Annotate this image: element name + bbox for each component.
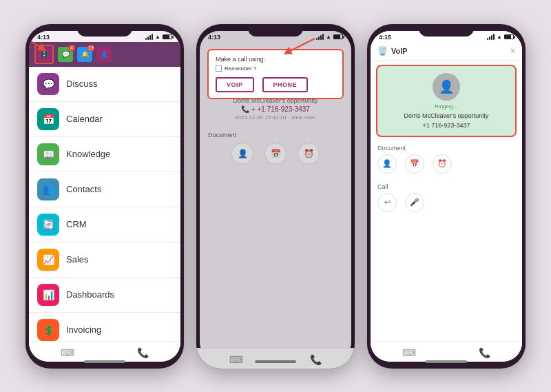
remember-label: Remember ? [225,65,256,72]
voip-button[interactable]: VOIP [216,77,254,92]
phone-2-screen: 4:13 ▲ [200,31,351,362]
battery-icon-3 [504,34,514,39]
voip-call-section: Call ↩ 🎤 [371,180,522,218]
menu-item-knowledge[interactable]: 📖 Knowledge [29,137,180,172]
archive-icon-btn[interactable]: 🗄️ [37,47,52,62]
transfer-icon[interactable]: ↩ [377,193,397,212]
ringing-card: 👤 Ringing... Dorris McCleaver's opportun… [376,65,517,137]
invoicing-label: Invoicing [66,324,101,335]
invoicing-icon: 💲 [37,319,59,341]
remember-row: Remember ? [216,65,335,72]
arrow-to-remember [273,35,322,56]
phone-3-screen: 4:15 ▲ 🗑️ VoIP × 👤 Ringin [371,31,522,362]
bell-badge: 19 [87,45,94,52]
bell-icon-btn[interactable]: 🔔 19 [77,47,92,62]
phone-3: 4:15 ▲ 🗑️ VoIP × 👤 Ringin [367,24,526,369]
call-dialog-title: Make a call using: [216,56,335,63]
doc-section-label-3: Document [377,145,515,152]
call-icon-row: ↩ 🎤 [377,193,515,212]
remember-checkbox[interactable] [216,65,222,72]
wifi-icon-3: ▲ [497,34,502,40]
bottom-keyboard-icon[interactable]: ⌨ [61,347,74,358]
battery-icon [163,34,172,39]
voip-header: 🗑️ VoIP × [371,42,522,61]
chat-icon-btn[interactable]: 💬 4 [58,47,73,62]
phone-notch-3 [419,24,474,37]
clock-icon-3[interactable]: ⏰ [433,154,452,174]
home-bar-3[interactable] [426,360,467,363]
wifi-icon: ▲ [155,34,160,40]
discuss-label: Discuss [66,79,98,89]
bottom-phone-icon[interactable]: 📞 [137,347,149,358]
menu-item-invoicing[interactable]: 💲 Invoicing [29,313,180,341]
calendar-label: Calendar [66,114,103,124]
mute-icon[interactable]: 🎤 [405,193,424,212]
bottom-nav-1: ⌨ 📞 [29,341,180,362]
knowledge-icon: 📖 [37,143,59,165]
user-icon-btn[interactable]: 👤 [96,47,112,62]
bottom-phone-icon-3[interactable]: 📞 [479,347,490,358]
sales-icon: 📈 [37,249,59,271]
menu-item-contacts[interactable]: 👥 Contacts [29,172,180,207]
crm-icon: 🔄 [37,214,59,236]
calendar-icon: 📅 [37,108,59,130]
menu-item-sales[interactable]: 📈 Sales [29,243,180,278]
phone-1-screen: 4:13 ▲ 🗄️ 💬 4 [29,31,180,362]
crm-label: CRM [66,219,87,229]
call-dialog: Make a call using: Remember ? VOIP PHONE [207,49,344,99]
dashboards-label: Dashboards [66,289,114,300]
menu-list-1: 💬 Discuss 📅 Calendar 📖 Knowledge 👥 Conta… [29,67,180,341]
phone-2: 4:13 ▲ [196,24,355,369]
time-3: 4:15 [379,34,391,41]
discuss-icon: 💬 [37,73,59,95]
phone-button[interactable]: PHONE [262,77,309,92]
knowledge-label: Knowledge [66,149,110,159]
phone-notch-1 [77,24,132,37]
time-1: 4:13 [37,34,50,41]
ringing-contact: Dorris McCleaver's opportunity [404,112,489,119]
contacts-icon: 👥 [37,178,59,200]
ringing-text: Ringing... [435,103,458,110]
status-icons-1: ▲ [145,34,172,40]
bottom-keyboard-icon-3[interactable]: ⌨ [402,347,416,358]
voip-doc-section: Document 👤 📅 ⏰ [371,141,522,180]
signal-icon [145,34,153,40]
menu-item-dashboards[interactable]: 📊 Dashboards [29,278,180,313]
person-icon-3[interactable]: 👤 [377,154,397,174]
app-header-1: 🗄️ 💬 4 🔔 19 👤 [29,42,180,67]
dashboards-icon: 📊 [37,284,59,306]
svg-line-3 [287,39,315,52]
ringing-phone: +1 716-923-3437 [423,122,470,129]
menu-item-discuss[interactable]: 💬 Discuss [29,67,180,102]
archive-highlight: 🗄️ [34,45,54,64]
menu-item-crm[interactable]: 🔄 CRM [29,207,180,243]
calendar-icon-3[interactable]: 📅 [405,154,424,174]
menu-item-calendar[interactable]: 📅 Calendar [29,102,180,137]
doc-icon-row-3: 👤 📅 ⏰ [377,154,515,174]
phone-1: 4:13 ▲ 🗄️ 💬 4 [25,24,184,369]
bottom-nav-3: ⌨ 📞 [371,341,522,362]
spacer-3 [371,218,522,341]
signal-icon-3 [487,34,495,40]
dialog-buttons: VOIP PHONE [216,77,335,92]
home-bar-1[interactable] [84,360,125,363]
status-icons-3: ▲ [487,34,514,40]
sales-label: Sales [66,254,89,265]
call-section-label: Call [377,183,515,190]
voip-close-button[interactable]: × [510,46,515,56]
call-dialog-layer: Make a call using: Remember ? VOIP PHONE [200,38,351,110]
chat-badge: 4 [68,45,75,52]
contacts-label: Contacts [66,184,101,194]
avatar-3: 👤 [433,73,460,101]
voip-title: 🗑️ VoIP [377,46,408,56]
